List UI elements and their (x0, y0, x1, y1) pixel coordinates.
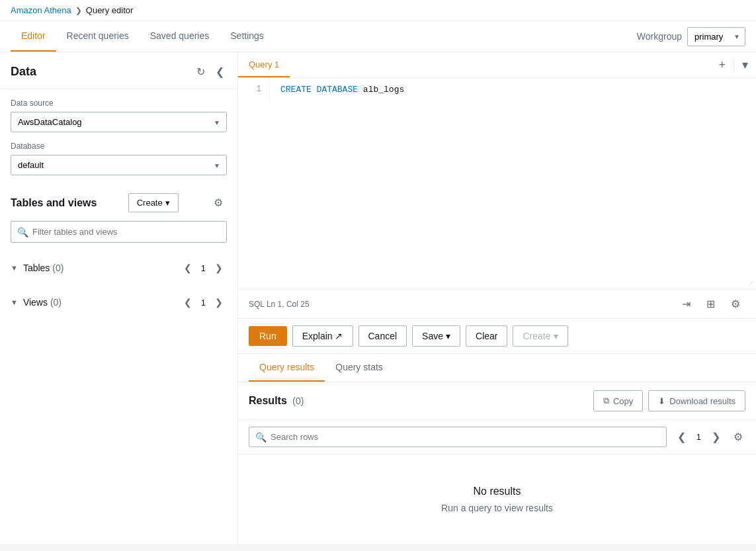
results-header: Results (0) ⧉ Copy ⬇ Download results (238, 382, 756, 420)
cancel-button[interactable]: Cancel (358, 325, 407, 347)
results-actions: ⧉ Copy ⬇ Download results (593, 390, 745, 411)
filter-box: 🔍 (0, 218, 237, 251)
line-content-1: CREATE DATABASE alb_logs (270, 78, 756, 101)
database-select[interactable]: default (11, 155, 227, 175)
tables-page-number: 1 (198, 263, 208, 273)
status-bar-right: ⇥ ⊞ ⚙ (677, 295, 745, 313)
nav-tabs: Editor Recent queries Saved queries Sett… (0, 21, 756, 52)
create-query-dropdown-icon: ▾ (554, 331, 558, 341)
new-query-button[interactable]: + (710, 53, 734, 77)
results-next-button[interactable]: ❯ (706, 428, 726, 446)
sidebar-title: Data (11, 65, 36, 79)
clear-button[interactable]: Clear (466, 325, 507, 347)
save-button[interactable]: Save ▾ (412, 325, 460, 347)
refresh-button[interactable]: ↻ (194, 63, 208, 81)
tables-settings-button[interactable]: ⚙ (210, 192, 227, 213)
views-collapse-arrow: ▼ (11, 298, 18, 306)
tables-prev-button[interactable]: ❮ (180, 261, 196, 275)
database-section: Database default (0, 142, 237, 185)
search-rows-input[interactable] (249, 427, 667, 447)
query-tab-actions: + ▾ (710, 52, 756, 77)
keyword-create-database: CREATE DATABASE (280, 85, 358, 95)
no-results-section: No results Run a query to view results (238, 454, 756, 544)
data-source-label: Data source (11, 99, 227, 108)
data-source-section: Data source AwsDataCatalog (0, 89, 237, 142)
search-input-wrapper: 🔍 (249, 427, 667, 447)
create-button[interactable]: Create ▾ (128, 193, 179, 212)
database-label: Database (11, 142, 227, 151)
filter-input-wrapper: 🔍 (11, 221, 227, 243)
save-dropdown-icon: ▾ (446, 331, 450, 341)
breadcrumb-separator: ❯ (75, 6, 82, 15)
filter-tables-input[interactable] (11, 221, 227, 243)
tab-settings[interactable]: Settings (220, 21, 274, 52)
copy-button[interactable]: ⧉ Copy (593, 390, 643, 411)
workgroup-label: Workgroup (637, 31, 682, 42)
results-prev-button[interactable]: ❮ (672, 428, 691, 446)
tab-recent-queries[interactable]: Recent queries (56, 21, 140, 52)
sidebar: Data ↻ ❮ Data source AwsDataCatalog Data… (0, 52, 238, 544)
sidebar-actions: ↻ ❮ (194, 63, 227, 81)
workgroup-wrapper: primary (687, 27, 745, 46)
create-dropdown-icon: ▾ (165, 198, 170, 208)
cursor-info: SQL Ln 1, Col 25 (249, 300, 310, 309)
create-query-button[interactable]: Create ▾ (513, 325, 567, 347)
results-pagination: ❮ 1 ❯ (672, 428, 726, 446)
database-wrapper: default (11, 155, 227, 175)
views-next-button[interactable]: ❯ (211, 296, 227, 309)
workgroup-section: Workgroup primary (637, 27, 745, 46)
code-editor[interactable]: 1 CREATE DATABASE alb_logs ⟋ (238, 78, 756, 290)
explain-button[interactable]: Explain ↗ (292, 325, 353, 347)
no-results-title: No results (473, 486, 521, 497)
breadcrumb-home[interactable]: Amazon Athena (11, 5, 71, 15)
editor-settings-button[interactable]: ⚙ (726, 295, 745, 313)
status-bar: SQL Ln 1, Col 25 ⇥ ⊞ ⚙ (238, 290, 756, 319)
breadcrumb: Amazon Athena ❯ Query editor (0, 0, 756, 21)
toolbar: Run Explain ↗ Cancel Save ▾ Clear Create… (238, 319, 756, 354)
views-page-number: 1 (198, 298, 208, 308)
table-view-button[interactable]: ⊞ (701, 295, 720, 313)
sidebar-header: Data ↻ ❮ (0, 52, 237, 89)
tables-collapsible-header[interactable]: ▼ Tables (0) ❮ 1 ❯ (11, 256, 227, 280)
results-settings-button[interactable]: ⚙ (731, 428, 745, 446)
search-rows-icon: 🔍 (255, 432, 267, 443)
results-tabs: Query results Query stats (238, 354, 756, 382)
workgroup-select[interactable]: primary (687, 27, 745, 46)
tables-views-title: Tables and views (11, 197, 97, 209)
tab-saved-queries[interactable]: Saved queries (140, 21, 220, 52)
tab-editor[interactable]: Editor (11, 21, 56, 52)
data-source-select[interactable]: AwsDataCatalog (11, 112, 227, 132)
indent-button[interactable]: ⇥ (677, 295, 696, 313)
views-collapsible-header[interactable]: ▼ Views (0) ❮ 1 ❯ (11, 290, 227, 314)
query-tabs: Query 1 + ▾ (238, 52, 756, 78)
no-results-subtitle: Run a query to view results (441, 503, 553, 513)
run-button[interactable]: Run (249, 326, 287, 346)
line-number-1: 1 (238, 78, 270, 101)
resize-handle[interactable]: ⟋ (745, 278, 756, 289)
views-pagination: ❮ 1 ❯ (180, 296, 227, 309)
results-title: Results (0) (249, 395, 304, 407)
create-label: Create (137, 198, 163, 208)
copy-icon: ⧉ (603, 396, 609, 406)
collapse-sidebar-button[interactable]: ❮ (213, 63, 227, 81)
editor-area: Query 1 + ▾ 1 CREATE DATABASE alb_logs ⟋… (238, 52, 756, 544)
download-icon: ⬇ (658, 396, 665, 406)
views-section: ▼ Views (0) ❮ 1 ❯ (0, 285, 237, 319)
views-prev-button[interactable]: ❮ (180, 296, 196, 309)
tables-next-button[interactable]: ❯ (211, 261, 227, 275)
tables-views-header: Tables and views Create ▾ ⚙ (0, 185, 237, 218)
tables-section: ▼ Tables (0) ❮ 1 ❯ (0, 251, 237, 285)
results-tab-query-results[interactable]: Query results (249, 354, 325, 382)
identifier-alb-logs: alb_logs (358, 85, 404, 95)
main-layout: Data ↻ ❮ Data source AwsDataCatalog Data… (0, 52, 756, 544)
query-dropdown-button[interactable]: ▾ (734, 52, 756, 77)
views-section-name: Views (0) (23, 297, 175, 308)
results-area: Query results Query stats Results (0) ⧉ … (238, 354, 756, 544)
results-tab-query-stats[interactable]: Query stats (325, 354, 394, 382)
query-tab-1[interactable]: Query 1 (238, 53, 290, 77)
data-source-wrapper: AwsDataCatalog (11, 112, 227, 132)
download-results-button[interactable]: ⬇ Download results (648, 390, 745, 411)
code-line-1: 1 CREATE DATABASE alb_logs (238, 78, 756, 101)
tables-section-name: Tables (0) (23, 263, 175, 273)
breadcrumb-current: Query editor (86, 5, 134, 15)
